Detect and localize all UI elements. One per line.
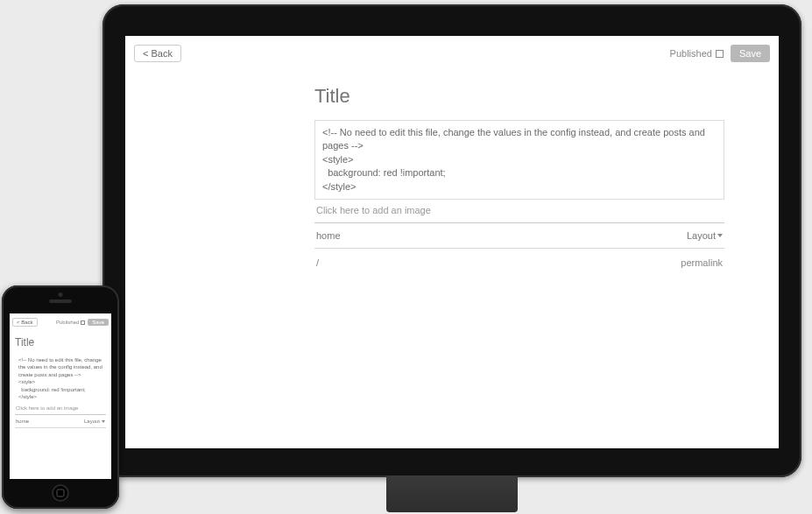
layout-select[interactable]: Layout bbox=[687, 230, 723, 241]
editor-content: <!-- No need to edit this file, change t… bbox=[10, 329, 111, 428]
published-link[interactable]: Published bbox=[670, 48, 724, 59]
permalink-label[interactable]: permalink bbox=[681, 257, 723, 268]
tag-layout-row: home Layout bbox=[314, 223, 724, 249]
layout-label: Layout bbox=[84, 419, 100, 424]
permalink-row: / permalink bbox=[314, 249, 724, 277]
back-button[interactable]: < Back bbox=[134, 45, 181, 62]
phone-earpiece bbox=[49, 299, 72, 303]
tag-value[interactable]: home bbox=[316, 230, 341, 241]
title-input[interactable] bbox=[314, 67, 724, 120]
layout-select[interactable]: Layout bbox=[84, 419, 105, 424]
save-button[interactable]: Save bbox=[731, 45, 770, 62]
phone-camera bbox=[59, 292, 63, 297]
topbar: < Back Published Save bbox=[10, 313, 111, 329]
external-link-icon bbox=[716, 50, 724, 58]
body-textarea[interactable]: <!-- No need to edit this file, change t… bbox=[314, 120, 724, 200]
desktop-preview: < Back Published Save <!-- No need to ed… bbox=[125, 36, 779, 448]
tag-layout-row: home Layout bbox=[15, 415, 106, 428]
topbar: < Back Published Save bbox=[125, 36, 779, 67]
title-input[interactable] bbox=[15, 329, 106, 354]
published-label: Published bbox=[670, 48, 712, 59]
save-button[interactable]: Save bbox=[88, 319, 109, 326]
add-image-button[interactable]: Click here to add an image bbox=[15, 403, 106, 415]
chevron-down-icon bbox=[717, 234, 723, 237]
tag-value[interactable]: home bbox=[16, 419, 29, 424]
phone-home-button bbox=[52, 484, 69, 502]
chevron-down-icon bbox=[102, 420, 105, 423]
mobile-preview: < Back Published Save <!-- No need to ed… bbox=[10, 313, 111, 479]
layout-label: Layout bbox=[687, 230, 716, 241]
slug-value[interactable]: / bbox=[316, 257, 319, 268]
editor-content: <!-- No need to edit this file, change t… bbox=[292, 67, 747, 277]
back-button[interactable]: < Back bbox=[12, 318, 38, 327]
add-image-button[interactable]: Click here to add an image bbox=[314, 200, 724, 223]
published-label: Published bbox=[56, 320, 79, 325]
external-link-icon bbox=[81, 320, 85, 325]
published-link[interactable]: Published bbox=[56, 320, 85, 325]
body-textarea[interactable]: <!-- No need to edit this file, change t… bbox=[15, 354, 106, 403]
monitor-stand bbox=[386, 475, 518, 512]
